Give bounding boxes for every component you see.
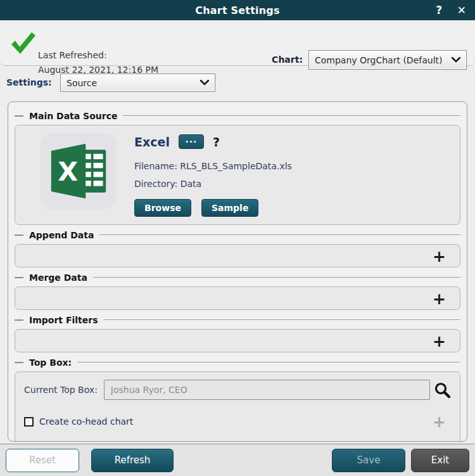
chevron-down-icon <box>452 57 460 63</box>
import-filters-box: + <box>15 329 460 352</box>
dialog-title: Chart Settings <box>0 4 475 16</box>
filename-line: Filename: RLS_BLS_SampleData.xls <box>134 161 292 171</box>
last-refreshed-label: Last Refreshed: <box>38 50 107 60</box>
search-icon[interactable] <box>434 382 451 399</box>
excel-icon-card: X <box>41 133 117 209</box>
collapse-dash-icon[interactable] <box>15 235 23 236</box>
close-icon[interactable]: ✕ <box>457 4 466 16</box>
section-divider <box>77 362 460 363</box>
directory-value: Data <box>180 179 201 189</box>
cohead-checkbox-label: Create co-head chart <box>39 416 133 427</box>
directory-line: Directory: Data <box>134 179 292 189</box>
append-data-box: + <box>15 244 460 267</box>
merge-data-box: + <box>15 286 460 310</box>
top-box-card: Current Top Box: Create co-head chart + … <box>15 371 460 442</box>
filename-label: Filename: <box>134 161 177 171</box>
reset-button[interactable]: Reset <box>6 449 79 472</box>
source-help-icon[interactable]: ? <box>213 135 220 149</box>
settings-dropdown[interactable]: Source <box>60 74 215 92</box>
chevron-down-icon <box>200 80 209 86</box>
main-data-source-card: X Excel ··· ? Filename: RLS_BLS_SampleDa… <box>15 125 460 225</box>
section-divider <box>104 319 461 321</box>
add-import-filter-icon[interactable]: + <box>433 333 446 349</box>
section-divider <box>93 277 460 278</box>
chart-label: Chart: <box>272 55 303 65</box>
save-button[interactable]: Save <box>332 449 405 472</box>
collapse-dash-icon[interactable] <box>15 362 23 363</box>
header-panel: Last Refreshed: August 22, 2021, 12:16 P… <box>0 20 475 66</box>
chart-dropdown-value: Company OrgChart (Default) <box>315 55 442 65</box>
current-top-box-label: Current Top Box: <box>24 385 98 395</box>
excel-icon: X <box>49 141 108 201</box>
section-title: Append Data <box>29 230 94 240</box>
add-append-data-icon[interactable]: + <box>433 248 446 264</box>
cohead-checkbox[interactable] <box>24 417 34 427</box>
section-divider <box>123 115 460 117</box>
settings-label: Settings: <box>6 77 52 87</box>
directory-label: Directory: <box>134 179 177 189</box>
section-merge-data: Merge Data <box>15 273 460 283</box>
section-top-box: Top Box: <box>15 357 460 368</box>
section-divider <box>99 235 460 236</box>
section-title: Import Filters <box>29 315 98 325</box>
add-merge-data-icon[interactable]: + <box>433 290 446 306</box>
section-main-data-source: Main Data Source <box>15 111 460 121</box>
settings-panel: Main Data Source X Excel ··· ? <box>8 101 467 442</box>
collapse-dash-icon[interactable] <box>15 277 23 278</box>
filename-value: RLS_BLS_SampleData.xls <box>180 161 292 171</box>
section-title: Merge Data <box>29 273 87 283</box>
chart-dropdown[interactable]: Company OrgChart (Default) <box>308 50 467 70</box>
current-top-box-input[interactable] <box>104 380 430 400</box>
source-details: Excel ··· ? Filename: RLS_BLS_SampleData… <box>134 133 292 217</box>
exit-button[interactable]: Exit <box>411 449 469 472</box>
help-icon[interactable]: ? <box>436 4 442 16</box>
cohead-row: Create co-head chart + <box>24 416 451 427</box>
collapse-dash-icon[interactable] <box>15 115 23 117</box>
footer-bar: Reset Refresh Save Exit <box>0 444 475 476</box>
section-import-filters: Import Filters <box>15 315 460 325</box>
title-bar: Chart Settings ? ✕ <box>0 0 475 20</box>
source-type-label: Excel <box>134 135 170 149</box>
more-options-button[interactable]: ··· <box>179 134 204 149</box>
collapse-dash-icon[interactable] <box>15 319 23 321</box>
section-append-data: Append Data <box>15 230 460 240</box>
section-title: Main Data Source <box>29 111 117 121</box>
checkmark-icon <box>10 30 36 56</box>
settings-dropdown-value: Source <box>66 78 97 88</box>
browse-button[interactable]: Browse <box>134 199 191 217</box>
sample-button[interactable]: Sample <box>201 199 258 217</box>
add-cohead-icon[interactable]: + <box>433 414 446 430</box>
section-title: Top Box: <box>29 357 72 368</box>
svg-text:X: X <box>58 157 78 187</box>
refresh-button[interactable]: Refresh <box>91 449 174 472</box>
